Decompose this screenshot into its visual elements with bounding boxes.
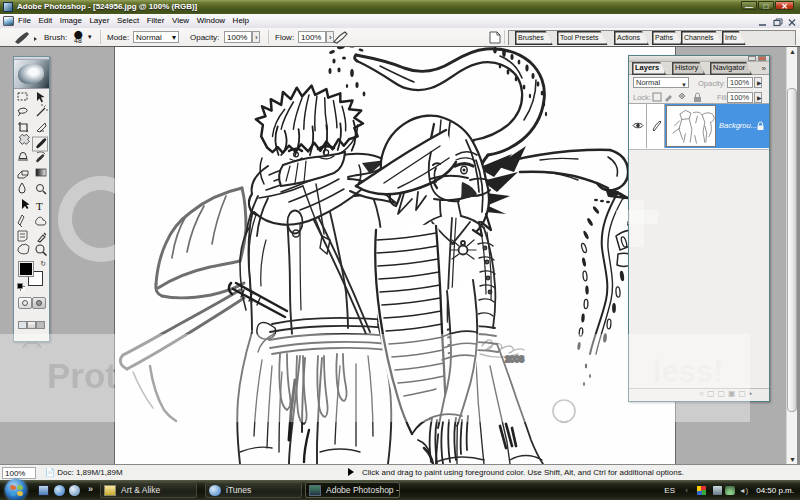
svg-text:T: T [36,200,43,212]
svg-text:2008: 2008 [505,354,524,364]
